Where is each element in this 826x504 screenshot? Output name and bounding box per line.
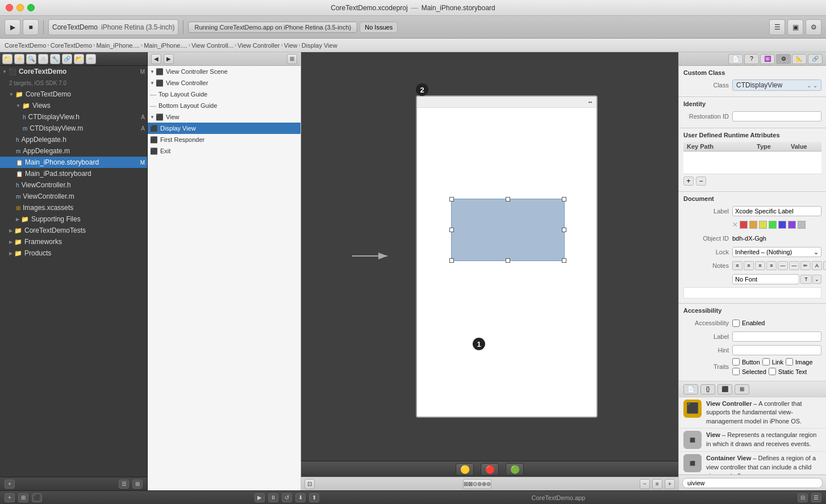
swatch-blue[interactable] — [778, 221, 786, 229]
sidebar-item-appdelegate-m[interactable]: m AppDelegate.m — [0, 145, 147, 157]
zoom-reset[interactable]: ≡ — [652, 479, 662, 489]
sidebar-item-coretextdemotests[interactable]: ▶ 📁 CoreTextDemoTests — [0, 225, 147, 236]
layout-btn-2[interactable]: ⬛ — [32, 493, 42, 502]
notes-btn-7[interactable]: ✏ — [800, 261, 811, 270]
stop-button[interactable]: ■ — [23, 19, 39, 35]
sidebar-item-main-ipad-storyboard[interactable]: 📋 Main_iPad.storyboard — [0, 168, 147, 179]
sidebar-item-viewcontroller-h[interactable]: h ViewController.h — [0, 179, 147, 191]
sidebar-item-supporting-files[interactable]: ▶ 📁 Supporting Files — [0, 213, 147, 225]
obj-tab-2[interactable]: {} — [700, 384, 715, 394]
notes-btn-4[interactable]: ≡ — [766, 261, 777, 270]
breadcrumb-item-8[interactable]: Display View — [302, 42, 337, 49]
ud-remove-button[interactable]: − — [696, 177, 706, 186]
outline-vc[interactable]: ▼ ⬛ View Controller — [148, 77, 301, 89]
run-button[interactable]: ▶ — [5, 19, 20, 35]
obj-tab-3[interactable]: ⬛ — [717, 384, 732, 394]
notes-btn-8[interactable]: A — [812, 261, 822, 270]
notes-btn-9[interactable]: … — [823, 261, 826, 270]
debug-button[interactable]: ▣ — [787, 19, 803, 35]
minimize-button[interactable] — [16, 4, 24, 11]
breadcrumb-item-3[interactable]: Main_iPhone.... — [96, 42, 139, 49]
outline-nav-forward[interactable]: ▶ — [164, 54, 174, 64]
close-x-icon[interactable]: ✕ — [732, 221, 738, 229]
notes-btn-5[interactable]: — — [778, 261, 788, 270]
add-button[interactable]: + — [5, 493, 15, 502]
sidebar-item-main-iphone-storyboard[interactable]: 📋 Main_iPhone.storyboard M — [0, 157, 147, 168]
project-root[interactable]: ▼ ⬛ CoreTextDemo M — [0, 66, 147, 77]
swatch-red[interactable] — [740, 221, 748, 229]
sidebar-item-products[interactable]: ▶ 📁 Products — [0, 247, 147, 259]
swatch-grey[interactable] — [798, 221, 806, 229]
outline-top-layout[interactable]: — Top Layout Guide — [148, 89, 301, 100]
notes-btn-2[interactable]: ≡ — [744, 261, 754, 270]
close-button[interactable] — [6, 4, 13, 11]
storyboard-icon-btn-1[interactable]: 🟡 — [456, 463, 474, 476]
swatch-purple[interactable] — [788, 221, 796, 229]
inspector-tab-quickhelp[interactable]: ? — [744, 54, 759, 64]
obj-tab-1[interactable]: 📄 — [683, 384, 698, 394]
selected-checkbox[interactable] — [732, 368, 740, 375]
filter-btn[interactable]: ☰ — [811, 493, 821, 502]
outline-exit[interactable]: ⬛ Exit — [148, 145, 301, 157]
sidebar-item-frameworks[interactable]: ▶ 📁 Frameworks — [0, 236, 147, 247]
zoom-controls[interactable]: ⊞⊠⊙⊚⊛⊜ — [463, 479, 491, 489]
breadcrumb-item-1[interactable]: CoreTextDemo — [5, 42, 46, 49]
storyboard-icon-btn-3[interactable]: 🟢 — [506, 463, 524, 476]
nav-btn-7[interactable]: 📂 — [74, 54, 84, 64]
breadcrumb-item-7[interactable]: View — [284, 42, 298, 49]
navigator-button[interactable]: ☰ — [769, 19, 785, 35]
swatch-orange[interactable] — [749, 221, 757, 229]
breadcrumb-item-5[interactable]: View Controll... — [191, 42, 233, 49]
maximize-button[interactable] — [27, 4, 35, 11]
zoom-out[interactable]: − — [640, 479, 650, 489]
sidebar-item-ctdisplayview-h[interactable]: h CTDisplayView.h A — [0, 111, 147, 123]
step-btn[interactable]: ↺ — [282, 493, 292, 502]
breadcrumb-item-6[interactable]: View Controller — [237, 42, 279, 49]
filter-button[interactable]: ☰ — [119, 480, 129, 489]
object-search-input[interactable] — [682, 478, 823, 488]
outline-bottom-layout[interactable]: — Bottom Layout Guide — [148, 100, 301, 111]
storyboard-icon-btn-2[interactable]: 🔴 — [481, 463, 499, 476]
display-view-canvas[interactable] — [451, 199, 565, 261]
play-btn[interactable]: ▶ — [255, 493, 265, 502]
doc-label-input[interactable] — [732, 206, 821, 216]
add-file-button[interactable]: + — [5, 480, 15, 489]
nav-btn-1[interactable]: 📁 — [2, 54, 12, 64]
notes-btn-6[interactable]: — — [789, 261, 799, 270]
nav-btn-4[interactable]: ⚠ — [38, 54, 48, 64]
scheme-selector[interactable]: CoreTextDemo iPhone Retina (3.5-inch) — [48, 19, 178, 35]
outline-nav-back[interactable]: ◀ — [151, 54, 161, 64]
breadcrumb-item-2[interactable]: CoreTextDemo — [51, 42, 92, 49]
inspector-tab-size[interactable]: 📐 — [792, 54, 807, 64]
inspector-tab-identity[interactable]: 🆔 — [760, 54, 775, 64]
breakpoints-btn[interactable]: ⬇ — [295, 493, 306, 502]
static-text-checkbox[interactable] — [769, 368, 776, 375]
nav-btn-3[interactable]: 🔍 — [26, 54, 36, 64]
sidebar-item-ctdisplayview-m[interactable]: m CTDisplayView.m A — [0, 123, 147, 134]
restoration-id-input[interactable] — [732, 111, 821, 121]
sidebar-group-coretextdemo[interactable]: ▼ 📁 CoreTextDemo — [0, 89, 147, 100]
sidebar-item-views[interactable]: ▼ 📁 Views — [0, 100, 147, 111]
console-btn[interactable]: ⊟ — [798, 493, 808, 502]
sidebar-item-appdelegate-h[interactable]: h AppDelegate.h — [0, 134, 147, 145]
sidebar-item-images-xcassets[interactable]: ⊞ Images.xcassets — [0, 202, 147, 213]
class-input-row[interactable]: CTDisplayView ⌄ ⌄ — [732, 79, 821, 91]
outline-first-responder[interactable]: ⬛ First Responder — [148, 134, 301, 145]
link-checkbox[interactable] — [762, 358, 770, 366]
sidebar-item-viewcontroller-m[interactable]: m ViewController.m — [0, 191, 147, 202]
outline-view[interactable]: ▼ ⬛ View — [148, 111, 301, 123]
acc-enabled-checkbox[interactable] — [732, 320, 740, 327]
font-size-arrow[interactable]: ⌄ — [812, 275, 821, 284]
continue-btn[interactable]: ⬆ — [309, 493, 319, 502]
layout-btn-1[interactable]: ⊞ — [18, 493, 28, 502]
outline-expand[interactable]: ⊞ — [287, 54, 297, 64]
acc-label-input[interactable] — [732, 331, 821, 342]
nav-btn-8[interactable]: ✏ — [86, 54, 96, 64]
notes-btn-1[interactable]: ≡ — [732, 261, 742, 270]
button-checkbox[interactable] — [732, 358, 740, 366]
hierarchy-button[interactable]: ⊞ — [132, 480, 143, 489]
image-checkbox[interactable] — [786, 358, 793, 366]
breadcrumb-item-4[interactable]: Main_iPhone.... — [144, 42, 187, 49]
inspector-tab-attributes[interactable]: ⚙ — [776, 54, 791, 64]
zoom-in[interactable]: + — [665, 479, 675, 489]
